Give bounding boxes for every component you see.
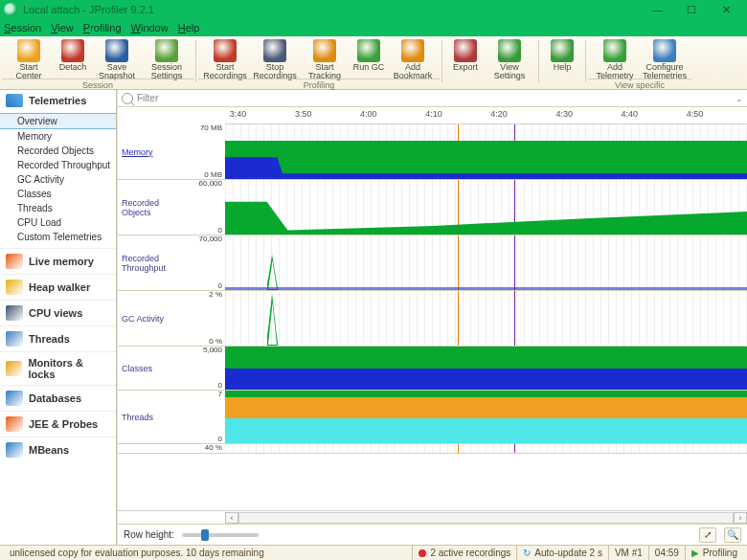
sidebar-item-overview[interactable]: Overview: [0, 113, 116, 129]
sidebar-section-cpu-views[interactable]: CPU views: [0, 300, 116, 325]
sidebar-item-threads[interactable]: Threads: [0, 201, 116, 215]
horizontal-scrollbar[interactable]: ‹ ›: [118, 510, 747, 524]
sidebar-item-recorded-throughput[interactable]: Recorded Throughput: [0, 158, 116, 172]
time-tick: 4:10: [425, 109, 442, 119]
vertical-marker-purple: [514, 291, 515, 346]
status-time: 04:59: [648, 546, 685, 560]
sidebar-item-cpu-load[interactable]: CPU Load: [0, 215, 116, 230]
content-area: Filter ⌄ 3:403:504:004:104:204:304:404:5…: [117, 90, 747, 545]
chart-plot[interactable]: [225, 347, 747, 390]
sidebar-item-memory[interactable]: Memory: [0, 129, 116, 144]
cpu-views-label: CPU views: [29, 307, 82, 319]
close-button[interactable]: ✕: [709, 0, 743, 19]
session-settings-button[interactable]: Session Settings: [142, 38, 192, 80]
start-tracking-icon: [313, 39, 336, 62]
stop-recordings-icon: [263, 39, 286, 62]
filter-input[interactable]: Filter: [137, 93, 736, 103]
sidebar-section-monitors-locks[interactable]: Monitors & locks: [0, 351, 116, 385]
detach-button[interactable]: Detach: [54, 38, 92, 80]
add-bookmark-button[interactable]: Add Bookmark: [388, 38, 438, 80]
chart-label[interactable]: Memory: [118, 124, 185, 179]
start-tracking-button[interactable]: Start Tracking: [300, 38, 350, 80]
export-button[interactable]: Export: [446, 38, 485, 80]
chart-row-classes: Classes5,0000: [118, 347, 747, 391]
sidebar-item-gc-activity[interactable]: GC Activity: [0, 172, 116, 187]
vertical-marker-orange: [458, 235, 459, 290]
zoom-reset-icon: 🔍: [727, 529, 738, 540]
chart-yaxis: 5,0000: [185, 347, 225, 390]
start-center-button[interactable]: Start Center: [4, 38, 54, 80]
mbeans-label: MBeans: [29, 444, 69, 456]
time-tick: 4:50: [687, 109, 704, 119]
menu-session[interactable]: Session: [4, 22, 41, 34]
chart-label: Threads: [118, 391, 185, 443]
sidebar-item-custom-telemetries[interactable]: Custom Telemetries: [0, 230, 116, 244]
minimize-button[interactable]: —: [640, 0, 674, 19]
scroll-track[interactable]: [238, 512, 734, 524]
time-tick: 4:00: [360, 109, 377, 119]
sidebar-section-telemetries[interactable]: Telemetries: [0, 90, 116, 111]
telemetries-tree: OverviewMemoryRecorded ObjectsRecorded T…: [0, 111, 116, 248]
menu-help[interactable]: Help: [178, 22, 200, 34]
chart-plot[interactable]: [225, 444, 747, 453]
jee-probes-icon: [6, 416, 23, 432]
menu-profiling[interactable]: Profiling: [83, 22, 122, 34]
scroll-left-button[interactable]: ‹: [225, 512, 238, 524]
status-autoupdate[interactable]: ↻ Auto-update 2 s: [516, 546, 608, 560]
help-label: Help: [554, 63, 572, 72]
chart-label: Recorded Objects: [118, 180, 185, 235]
menu-window[interactable]: Window: [131, 22, 169, 34]
chart-plot[interactable]: [225, 235, 747, 290]
row-height-slider[interactable]: [182, 533, 259, 537]
menu-view[interactable]: View: [51, 22, 74, 34]
run-gc-icon: [357, 39, 380, 62]
zoom-fit-button[interactable]: ⤢: [699, 527, 716, 543]
sidebar-section-jee-probes[interactable]: JEE & Probes: [0, 411, 116, 437]
row-height-label: Row height:: [124, 529, 174, 540]
monitors-locks-icon: [6, 361, 22, 376]
chart-row-extra: 40 %: [118, 444, 747, 454]
sidebar-section-heap-walker[interactable]: Heap walker: [0, 274, 116, 300]
status-recordings[interactable]: 2 active recordings: [412, 546, 516, 560]
chart-row-threads: Threads70: [118, 391, 747, 444]
chart-plot[interactable]: [225, 291, 747, 346]
chart-label: Classes: [118, 347, 185, 390]
sidebar-item-recorded-objects[interactable]: Recorded Objects: [0, 144, 116, 158]
zoom-reset-button[interactable]: 🔍: [724, 527, 741, 543]
chart-plot[interactable]: [225, 124, 747, 179]
toolbar-group-label: View specific: [588, 78, 691, 90]
run-gc-button[interactable]: Run GC: [350, 38, 388, 80]
record-dot-icon: [419, 549, 426, 557]
app-icon: [4, 3, 17, 16]
time-axis: 3:403:504:004:104:204:304:404:50: [225, 107, 747, 124]
sidebar-section-mbeans[interactable]: MBeans: [0, 437, 116, 462]
chart-row-gc-activity: GC Activity2 %0 %: [118, 291, 747, 347]
scroll-right-button[interactable]: ›: [734, 512, 747, 524]
view-settings-label: View Settings: [494, 63, 526, 80]
sidebar-section-live-memory[interactable]: Live memory: [0, 248, 116, 274]
vertical-marker-purple: [514, 444, 515, 453]
stop-recordings-button[interactable]: Stop Recordings: [250, 38, 300, 80]
maximize-button[interactable]: ☐: [674, 0, 709, 19]
add-telemetry-button[interactable]: Add Telemetry: [590, 38, 640, 80]
chart-plot[interactable]: [225, 180, 747, 235]
start-recordings-button[interactable]: Start Recordings: [200, 38, 250, 80]
run-gc-label: Run GC: [353, 63, 385, 72]
configure-telemetries-icon: [653, 39, 676, 62]
save-snapshot-button[interactable]: Save Snapshot: [92, 38, 142, 80]
sidebar-item-classes[interactable]: Classes: [0, 187, 116, 201]
telemetries-label: Telemetries: [29, 95, 86, 106]
view-settings-button[interactable]: View Settings: [485, 38, 534, 80]
configure-telemetries-button[interactable]: Configure Telemetries: [640, 38, 690, 80]
help-button[interactable]: Help: [543, 38, 581, 72]
chart-plot[interactable]: [225, 391, 747, 443]
filter-chevron-icon[interactable]: ⌄: [736, 94, 743, 103]
time-tick: 4:40: [622, 109, 639, 119]
sidebar-section-databases[interactable]: Databases: [0, 385, 116, 411]
toolbar-group-label: Profiling: [198, 78, 440, 90]
charts-panel: Memory70 MB0 MBRecorded Objects60,0000Re…: [118, 124, 747, 510]
mbeans-icon: [6, 442, 23, 458]
telemetries-icon: [6, 94, 23, 107]
databases-label: Databases: [29, 392, 81, 404]
sidebar-section-threads[interactable]: Threads: [0, 325, 116, 351]
